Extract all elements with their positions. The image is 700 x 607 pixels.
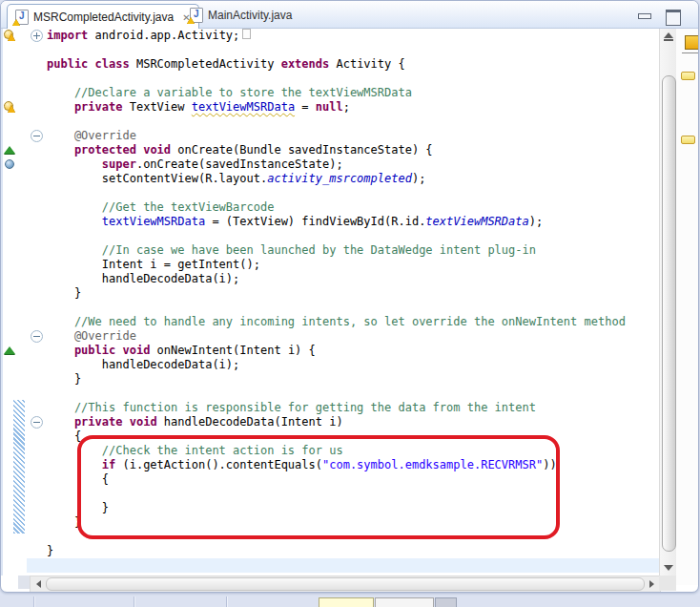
- code-line[interactable]: [47, 186, 626, 200]
- code-editor[interactable]: import android.app.Activity;public class…: [1, 29, 659, 576]
- scroll-down-icon[interactable]: [664, 565, 673, 571]
- code-line[interactable]: //Get the textViewBarcode: [47, 200, 626, 215]
- status-separator: [226, 597, 227, 607]
- vertical-scrollbar-thumb[interactable]: [662, 75, 676, 552]
- status-cell: [375, 597, 434, 607]
- code-line[interactable]: super.onCreate(savedInstanceState);: [47, 157, 626, 172]
- status-cell: [319, 597, 374, 607]
- code-line[interactable]: @Override: [47, 129, 626, 143]
- code-line[interactable]: import android.app.Activity;: [47, 29, 626, 43]
- fold-minus-icon[interactable]: [31, 416, 43, 429]
- code-line[interactable]: [47, 115, 626, 129]
- scroll-left-icon[interactable]: [36, 580, 41, 588]
- code-line[interactable]: [47, 387, 626, 401]
- code-line[interactable]: Intent i = getIntent();: [47, 258, 626, 272]
- code-line[interactable]: handleDecodeData(i);: [47, 358, 626, 372]
- code-line[interactable]: textViewMSRData = (TextView) findViewByI…: [47, 215, 626, 229]
- tab-mainactivity[interactable]: MainActivity.java: [182, 3, 299, 28]
- code-line[interactable]: [47, 72, 626, 86]
- code-line[interactable]: //Declare a variable to store the textVi…: [47, 86, 626, 100]
- scroll-up-icon[interactable]: [664, 32, 673, 38]
- range-indicator: [13, 400, 25, 534]
- status-cell: [435, 597, 457, 607]
- scrollbar-corner: [659, 576, 676, 591]
- warning-mark-icon[interactable]: [681, 72, 695, 80]
- tab-label: MainActivity.java: [208, 9, 292, 22]
- code-line[interactable]: }: [47, 372, 626, 387]
- override-arrow-icon[interactable]: [3, 143, 16, 157]
- fold-minus-icon[interactable]: [31, 130, 43, 142]
- code-line[interactable]: protected void onCreate(Bundle savedInst…: [47, 143, 626, 157]
- code-line[interactable]: //This function is responsible for getti…: [47, 401, 626, 415]
- horizontal-scrollbar[interactable]: [30, 576, 661, 593]
- java-file-warning-icon: [15, 10, 29, 25]
- warning-mark-icon[interactable]: [681, 136, 695, 144]
- tab-label: MSRCompletedActivity.java: [33, 10, 174, 24]
- code-line[interactable]: //We need to handle any incoming intents…: [47, 315, 626, 329]
- maximize-icon[interactable]: [666, 10, 681, 26]
- code-line[interactable]: //In case we have been launched by the D…: [47, 243, 626, 258]
- override-arrow-icon[interactable]: [3, 344, 16, 357]
- status-separator: [134, 597, 134, 607]
- java-file-warning-icon: [190, 8, 203, 23]
- code-line[interactable]: [47, 558, 626, 573]
- highlight-annotation: [77, 435, 560, 539]
- code-line[interactable]: public void onNewIntent(Intent i) {: [47, 344, 626, 358]
- scroll-right-icon[interactable]: [649, 580, 654, 588]
- status-separator: [33, 597, 34, 607]
- status-trim: [0, 596, 700, 607]
- overview-warnings-icon[interactable]: [685, 35, 699, 50]
- code-line[interactable]: setContentView(R.layout.activity_msrcomp…: [47, 172, 626, 186]
- fold-plus-icon[interactable]: [31, 30, 43, 42]
- vertical-scrollbar[interactable]: [659, 29, 677, 576]
- code-line[interactable]: }: [47, 544, 626, 558]
- bulb-warning-icon[interactable]: [3, 29, 16, 42]
- overview-separator: [682, 52, 699, 53]
- code-line[interactable]: handleDecodeData(i);: [47, 272, 626, 286]
- overview-ruler: [676, 29, 699, 585]
- bulb-warning-icon[interactable]: [3, 100, 16, 114]
- collapsed-region-icon: [242, 29, 251, 39]
- code-line[interactable]: private TextView textViewMSRData = null;: [47, 100, 626, 115]
- method-dot-icon[interactable]: [3, 157, 16, 171]
- code-line[interactable]: private void handleDecodeData(Intent i): [47, 415, 626, 429]
- code-line[interactable]: [47, 43, 626, 57]
- horizontal-scrollbar-thumb[interactable]: [46, 577, 645, 591]
- code-line[interactable]: @Override: [47, 329, 626, 344]
- code-line[interactable]: }: [47, 286, 626, 301]
- tab-msrcompletedactivity[interactable]: MSRCompletedActivity.java ✕: [7, 4, 199, 30]
- minimize-icon[interactable]: [638, 10, 650, 20]
- code-line[interactable]: [47, 301, 626, 315]
- fold-minus-icon[interactable]: [31, 330, 43, 343]
- code-line[interactable]: public class MSRCompletedActivity extend…: [47, 57, 626, 72]
- scrollbar-corner-left: [18, 576, 30, 589]
- editor-tabbar: MSRCompletedActivity.java ✕ MainActivity…: [1, 1, 698, 29]
- code-line[interactable]: [47, 229, 626, 243]
- editor-window: MSRCompletedActivity.java ✕ MainActivity…: [0, 0, 699, 593]
